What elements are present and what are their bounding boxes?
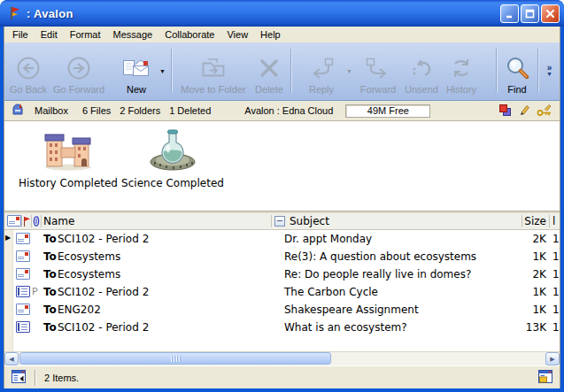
to-label: To	[43, 286, 57, 298]
forward-button[interactable]: Forward	[355, 44, 401, 97]
toolbar-overflow-chevron[interactable]: » ▼	[543, 44, 556, 97]
to-label: To	[43, 233, 57, 245]
reply-dropdown-arrow[interactable]: ▼	[344, 44, 355, 97]
left-pane-toggle-icon[interactable]	[12, 370, 26, 385]
last-modified-value: 1	[552, 321, 560, 334]
table-row[interactable]: To Ecosystems Re(3): A question about ec…	[4, 248, 560, 265]
table-row[interactable]: To ENG202 Shakespeare Assignment 1K 1	[4, 301, 560, 319]
go-forward-button[interactable]: Go Forward	[50, 44, 107, 97]
last-modified-value: 1	[552, 268, 560, 281]
flag-column-icon[interactable]	[23, 216, 31, 230]
move-to-folder-button[interactable]: Move to Folder	[176, 44, 251, 97]
thumb-grip	[171, 356, 181, 362]
maximize-button[interactable]	[521, 4, 539, 23]
go-forward-icon	[66, 53, 92, 83]
menu-item-view[interactable]: View	[220, 27, 254, 42]
menu-item-file[interactable]: File	[6, 27, 35, 42]
split-view-toggle-icon[interactable]	[538, 370, 552, 385]
new-message-button[interactable]: New	[116, 44, 157, 97]
new-message-icon	[121, 53, 151, 83]
scroll-left-button[interactable]: ◀	[4, 352, 19, 365]
desk-pane: History Completed	[4, 121, 560, 211]
menu-item-format[interactable]: Format	[64, 27, 107, 42]
desk-item-science-completed[interactable]: Science Completed	[130, 128, 215, 189]
document-icon	[16, 286, 30, 297]
forward-icon	[364, 53, 392, 83]
history-icon	[448, 53, 475, 83]
last-modified-value: 1	[552, 304, 560, 316]
toolbar-separator	[537, 49, 538, 93]
deleted-count: 1 Deleted	[169, 105, 211, 116]
delete-button[interactable]: Delete	[251, 44, 288, 97]
horizontal-scrollbar[interactable]: ◀ ▶	[4, 351, 560, 365]
account-label: Avalon : Edna Cloud	[244, 105, 333, 116]
window-controls	[500, 4, 560, 23]
close-button[interactable]	[541, 4, 560, 23]
scrollbar-track[interactable]	[19, 352, 545, 365]
list-header: Name − Subject Size l	[4, 213, 560, 230]
scrollbar-thumb[interactable]	[19, 352, 331, 365]
new-dropdown-arrow[interactable]: ▼	[157, 44, 168, 97]
subject-text: Re: Do people really live in domes?	[284, 268, 471, 281]
subject-text: Dr. appt Monday	[284, 233, 372, 245]
message-list: ▶ To SCI102 - Period 2 Dr. appt Monday 2…	[4, 230, 560, 351]
delete-icon	[258, 53, 281, 83]
item-type-column-icon[interactable]	[7, 215, 21, 227]
files-count: 6 Files	[82, 105, 111, 116]
column-separator	[31, 215, 32, 227]
titlebar[interactable]: : Avalon	[0, 0, 564, 27]
menu-item-message[interactable]: Message	[107, 27, 159, 42]
desk-item-label: History Completed	[19, 177, 118, 189]
size-value: 1K	[532, 304, 546, 316]
pencil-key-icon[interactable]	[537, 104, 552, 118]
size-column-header[interactable]: Size	[524, 215, 546, 227]
size-value: 2K	[532, 268, 546, 281]
table-row[interactable]: To Ecosystems Re: Do people really live …	[4, 265, 560, 283]
recipient-name: Ecosystems	[58, 250, 120, 263]
to-label: To	[43, 304, 57, 316]
science-flask-icon	[147, 128, 198, 174]
find-button[interactable]: Find	[499, 44, 535, 97]
go-back-button[interactable]: Go Back	[6, 44, 50, 97]
toolbar: Go Back Go Forward	[4, 42, 560, 101]
recipient-name: SCI102 - Period 2	[58, 286, 149, 298]
table-row[interactable]: ▶ To SCI102 - Period 2 Dr. appt Monday 2…	[4, 230, 560, 248]
reply-button[interactable]: Reply	[299, 44, 344, 97]
app-icon[interactable]	[7, 5, 23, 21]
minimize-button[interactable]	[500, 4, 519, 23]
last-modified-column-header[interactable]: l	[552, 215, 560, 227]
window-body: File Edit Format Message Collaborate Vie…	[4, 27, 560, 388]
name-column-header[interactable]: Name	[43, 215, 74, 227]
layers-icon[interactable]	[498, 104, 512, 119]
history-button[interactable]: History	[442, 44, 481, 97]
history-building-icon	[42, 128, 94, 174]
unsend-button[interactable]: Unsend	[401, 44, 442, 97]
size-value: 1K	[532, 286, 546, 298]
recipient-name: SCI102 - Period 2	[58, 233, 149, 245]
scroll-right-button[interactable]: ▶	[545, 352, 560, 365]
desk-item-history-completed[interactable]: History Completed	[26, 128, 111, 189]
container-label: Mailbox	[35, 105, 68, 116]
statusbar-separator	[35, 370, 35, 386]
menu-item-collaborate[interactable]: Collaborate	[158, 27, 220, 42]
table-row[interactable]: P To SCI102 - Period 2 The Carbon Cycle …	[4, 283, 560, 301]
message-icon	[16, 304, 30, 315]
menu-item-edit[interactable]: Edit	[35, 27, 64, 42]
column-separator	[549, 215, 550, 227]
column-separator	[271, 215, 272, 227]
document-icon	[16, 321, 30, 333]
menu-item-help[interactable]: Help	[254, 27, 287, 42]
message-icon	[16, 268, 30, 280]
subject-column-header[interactable]: Subject	[290, 215, 329, 227]
application-window: : Avalon File Edit Format Message Collab…	[0, 0, 564, 392]
table-row[interactable]: To SCI102 - Period 2 What is an ecosyste…	[4, 319, 560, 336]
pencil-icon[interactable]	[518, 104, 530, 118]
find-icon	[504, 53, 530, 83]
to-label: To	[43, 250, 57, 263]
paperclip-column-icon[interactable]	[33, 215, 40, 230]
subject-text: Shakespeare Assignment	[284, 304, 419, 316]
move-to-folder-icon	[200, 53, 227, 83]
collapse-column-button[interactable]: −	[274, 216, 285, 227]
current-item-marker: ▶	[5, 234, 11, 242]
unsend-icon	[409, 53, 434, 83]
